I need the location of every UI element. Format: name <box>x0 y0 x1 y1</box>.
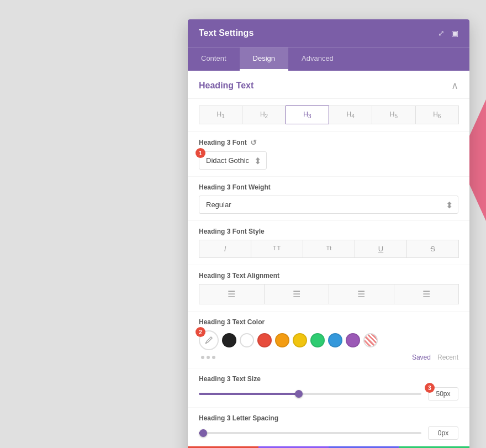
color-white[interactable] <box>240 333 254 347</box>
align-right[interactable]: ☰ <box>329 284 394 304</box>
color-dots-row: Saved Recent <box>199 354 458 361</box>
heading-level-5[interactable]: H5 <box>372 106 415 124</box>
saved-label[interactable]: Saved <box>412 354 431 361</box>
style-capitalize[interactable]: Tt <box>303 240 355 258</box>
font-weight-row: Heading 3 Font Weight Regular Thin Light… <box>188 177 469 221</box>
font-badge-wrapper: 1 Didact Gothic ⬍ <box>199 151 267 170</box>
letter-spacing-row: Heading 3 Letter Spacing <box>188 408 469 446</box>
panel-header: Text Settings ⤢ ▣ <box>188 19 469 47</box>
eyedropper-icon <box>204 336 213 345</box>
dot-1 <box>201 356 204 359</box>
color-light-red[interactable] <box>363 333 378 347</box>
heading-level-2[interactable]: H2 <box>242 106 286 124</box>
heading-level-1[interactable]: H1 <box>199 106 242 124</box>
tab-advanced[interactable]: Advanced <box>288 48 347 71</box>
collapse-icon[interactable]: ∧ <box>451 80 458 92</box>
font-select-wrapper: Didact Gothic ⬍ <box>199 151 267 170</box>
heading-level-4[interactable]: H4 <box>329 106 372 124</box>
color-dots <box>201 356 215 359</box>
text-alignment-label: Heading 3 Text Alignment <box>199 272 458 280</box>
tab-design[interactable]: Design <box>240 48 288 71</box>
letter-spacing-slider-thumb[interactable] <box>199 429 207 437</box>
style-underline[interactable]: U <box>355 240 407 258</box>
letter-spacing-slider-track[interactable] <box>199 432 421 434</box>
font-style-buttons: I TT Tt U S <box>199 240 458 258</box>
text-size-value-wrapper: 3 <box>428 387 458 400</box>
style-uppercase[interactable]: TT <box>251 240 303 258</box>
tabs-bar: Content Design Advanced <box>188 47 469 71</box>
heading-level-3[interactable]: H3 <box>286 106 329 124</box>
text-size-slider-track[interactable] <box>199 393 421 395</box>
color-purple[interactable] <box>346 333 360 347</box>
letter-spacing-slider-row <box>199 426 458 440</box>
recent-label[interactable]: Recent <box>437 354 458 361</box>
panel-body: Heading Text ∧ H1 H2 H3 H4 H5 H6 Heading… <box>188 71 469 446</box>
font-weight-select[interactable]: Regular Thin Light Medium Bold ExtraBold… <box>199 196 458 214</box>
text-size-slider-fill <box>199 393 299 395</box>
color-picker-row: 2 <box>199 330 458 350</box>
font-label: Heading 3 Font ↺ <box>199 138 458 147</box>
text-color-label: Heading 3 Text Color <box>199 318 458 326</box>
alignment-buttons: ☰ ☰ ☰ ☰ <box>199 284 458 304</box>
text-size-slider-thumb[interactable] <box>295 390 303 398</box>
color-black[interactable] <box>222 333 236 347</box>
letter-spacing-label: Heading 3 Letter Spacing <box>199 414 458 422</box>
heading-levels: H1 H2 H3 H4 H5 H6 <box>188 99 469 131</box>
text-size-label: Heading 3 Text Size <box>199 375 458 383</box>
panel-header-icons: ⤢ ▣ <box>438 29 458 38</box>
color-yellow[interactable] <box>293 333 307 347</box>
color-red[interactable] <box>257 333 272 347</box>
font-style-label: Heading 3 Font Style <box>199 228 458 235</box>
align-left[interactable]: ☰ <box>199 284 265 304</box>
color-blue[interactable] <box>328 333 342 347</box>
font-select[interactable]: Didact Gothic <box>199 151 267 170</box>
svg-point-0 <box>205 342 207 344</box>
color-orange[interactable] <box>275 333 289 347</box>
align-center[interactable]: ☰ <box>264 284 330 304</box>
text-alignment-row: Heading 3 Text Alignment ☰ ☰ ☰ ☰ <box>188 265 469 312</box>
resize-icon[interactable]: ⤢ <box>438 29 445 38</box>
font-row: Heading 3 Font ↺ 1 Didact Gothic ⬍ <box>188 131 469 177</box>
letter-spacing-value-input[interactable] <box>428 426 458 440</box>
columns-icon[interactable]: ▣ <box>451 29 458 38</box>
text-color-row: Heading 3 Text Color 2 <box>188 312 469 368</box>
font-style-row: Heading 3 Font Style I TT Tt U S <box>188 221 469 265</box>
color-picker-badge-wrapper: 2 <box>199 330 219 350</box>
style-strikethrough[interactable]: S <box>406 240 459 258</box>
text-size-row: Heading 3 Text Size 3 <box>188 368 469 408</box>
section-header: Heading Text ∧ <box>188 71 469 99</box>
tab-content[interactable]: Content <box>188 48 240 71</box>
heading-level-6[interactable]: H6 <box>415 106 459 124</box>
section-title: Heading Text <box>199 81 253 91</box>
align-justify[interactable]: ☰ <box>394 284 459 304</box>
font-weight-select-wrapper: Regular Thin Light Medium Bold ExtraBold… <box>199 196 458 214</box>
style-italic[interactable]: I <box>199 240 251 258</box>
panel-title: Text Settings <box>199 28 253 38</box>
text-settings-panel: Text Settings ⤢ ▣ Content Design Advance… <box>188 19 469 448</box>
dot-3 <box>212 356 215 359</box>
font-weight-label: Heading 3 Font Weight <box>199 183 458 191</box>
font-reset-icon[interactable]: ↺ <box>250 138 257 147</box>
color-green[interactable] <box>310 333 325 347</box>
dot-2 <box>207 356 210 359</box>
text-size-slider-row: 3 <box>199 387 458 400</box>
